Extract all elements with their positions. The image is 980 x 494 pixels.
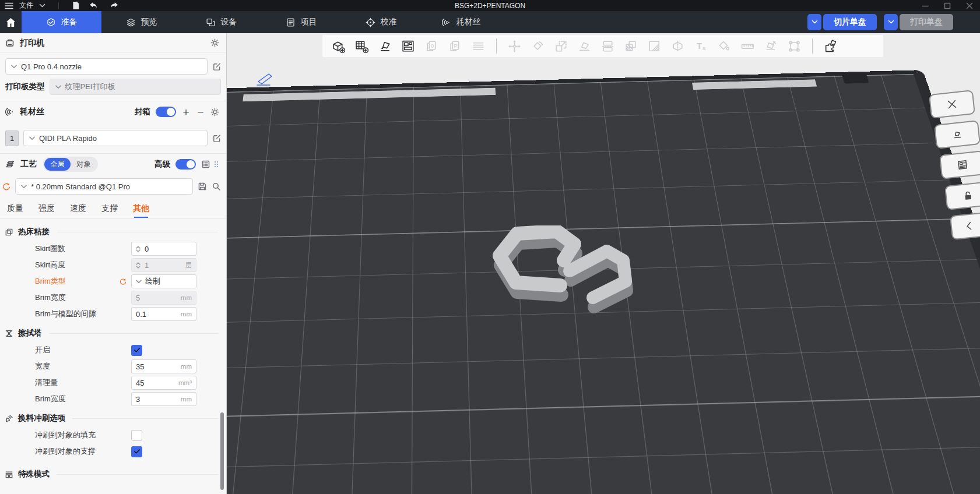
seam-painting-icon[interactable] [763, 38, 779, 54]
flush-into-support-checkbox[interactable] [131, 446, 142, 457]
tab-others[interactable]: 其他 [133, 203, 149, 218]
copy-icon[interactable]: 0 [424, 38, 440, 54]
brim-type-select[interactable]: 绘制 [131, 274, 196, 288]
model-pentagon[interactable] [493, 225, 638, 322]
scope-object[interactable]: 对象 [71, 158, 97, 171]
text-tool-icon[interactable]: Ta [693, 38, 709, 54]
print-plate-button[interactable]: 打印单盘 [900, 14, 953, 30]
plate-type-select[interactable]: 纹理PEI打印板 [50, 79, 222, 95]
enclosure-toggle[interactable] [156, 107, 176, 117]
param-row-tower-brim-width: Brim宽度 3 mm [0, 391, 226, 407]
slice-options-chevron[interactable] [807, 14, 821, 30]
file-menu-chevron-icon[interactable] [39, 3, 45, 8]
redo-icon[interactable] [109, 2, 119, 10]
close-button[interactable] [966, 2, 973, 9]
plate-delete-all-button[interactable] [929, 90, 975, 119]
printer-icon [5, 38, 15, 48]
color-painting-icon[interactable] [716, 38, 732, 54]
flush-into-infill-checkbox[interactable] [131, 430, 142, 441]
parameter-table-icon[interactable] [201, 160, 210, 169]
save-preset-icon[interactable] [198, 182, 207, 191]
print-options-chevron[interactable] [884, 14, 898, 30]
auto-orient-icon[interactable] [377, 38, 393, 54]
minimize-button[interactable] [922, 2, 929, 9]
sidebar-scrollbar[interactable] [220, 412, 224, 490]
tab-strength[interactable]: 强度 [38, 203, 55, 218]
add-plate-icon[interactable] [354, 38, 370, 54]
support-painting-icon[interactable] [647, 38, 662, 54]
new-project-icon[interactable] [72, 1, 79, 10]
object-list-icon[interactable] [470, 38, 486, 54]
settings-grid-icon[interactable] [213, 160, 219, 168]
reset-brim-type-icon[interactable] [119, 278, 127, 285]
plate-arrange-button[interactable] [939, 150, 980, 179]
selection-frame-icon[interactable] [786, 38, 802, 54]
advanced-toggle[interactable] [175, 159, 196, 170]
skirt-loops-input[interactable]: 0 [131, 242, 196, 256]
tab-calibrate[interactable]: 校准 [341, 11, 421, 33]
titlebar: 文件 BSG+2D+PENTAGON [0, 0, 980, 11]
remove-filament-button[interactable]: − [196, 107, 205, 118]
device-icon [206, 17, 216, 27]
purge-volume-input[interactable]: 45 mm³ [131, 376, 196, 390]
parameters-panel: 热床粘接 Skirt圈数 0 Skirt高度 [0, 218, 226, 483]
search-settings-icon[interactable] [212, 182, 221, 191]
add-model-icon[interactable] [331, 38, 346, 54]
move-icon[interactable] [507, 38, 522, 54]
filament-slot-badge[interactable]: 1 [5, 130, 19, 146]
tab-device[interactable]: 设备 [181, 11, 261, 33]
filament-spool-icon [5, 107, 15, 117]
undo-icon[interactable] [89, 2, 99, 10]
paste-icon[interactable]: P [447, 38, 463, 54]
plate-rename-pencil-icon[interactable] [254, 69, 278, 87]
advanced-label: 高级 [154, 159, 170, 170]
add-filament-button[interactable]: + [181, 107, 191, 118]
assembly-view-icon[interactable] [823, 38, 838, 54]
tab-speed[interactable]: 速度 [70, 203, 86, 218]
plate-auto-orient-button[interactable] [934, 120, 980, 149]
measure-icon[interactable] [740, 38, 756, 54]
wipe-tower-width-input[interactable]: 35 mm [131, 359, 196, 373]
tab-prepare[interactable]: 准备 [22, 11, 101, 33]
special-mode-icon [5, 470, 13, 479]
wipe-tower-enable-checkbox[interactable] [131, 345, 142, 356]
section-flush-options: 换料冲刷选项 [0, 410, 226, 427]
tab-support[interactable]: 支撑 [101, 203, 118, 218]
tab-project[interactable]: 项目 [261, 11, 341, 33]
cut-icon[interactable] [670, 38, 686, 54]
edit-filament-preset-icon[interactable] [212, 134, 221, 143]
filament-settings-gear-icon[interactable] [210, 108, 219, 117]
plate-lock-button[interactable] [944, 181, 980, 210]
process-preset-select[interactable]: * 0.20mm Standard @Q1 Pro [15, 178, 193, 195]
arrange-icon[interactable] [401, 38, 416, 54]
split-to-objects-icon[interactable] [600, 38, 616, 54]
filament-preset-select[interactable]: QIDI PLA Rapido [23, 130, 208, 146]
project-icon [286, 17, 296, 27]
lay-on-face-icon[interactable] [577, 38, 592, 54]
brim-object-gap-input[interactable]: 0.1 mm [131, 307, 196, 321]
split-to-parts-icon[interactable] [623, 38, 639, 54]
scope-global[interactable]: 全局 [44, 158, 71, 171]
tab-preview[interactable]: 预览 [101, 11, 181, 33]
reset-process-icon[interactable] [2, 182, 10, 191]
printer-preset-select[interactable]: Q1 Pro 0.4 nozzle [5, 58, 208, 75]
file-menu[interactable]: 文件 [19, 1, 33, 10]
tab-filament[interactable]: 耗材丝 [421, 11, 501, 33]
slice-plate-button[interactable]: 切片单盘 [823, 14, 877, 30]
spinner-arrows-icon[interactable] [136, 246, 140, 252]
process-scope-toggle[interactable]: 全局 对象 [43, 157, 98, 172]
plate-settings-button[interactable] [950, 212, 980, 240]
scale-icon[interactable] [553, 38, 569, 54]
section-bed-adhesion: 热床粘接 [0, 223, 226, 241]
maximize-button[interactable] [944, 2, 951, 9]
titlebar-divider [58, 2, 59, 9]
tower-brim-width-input[interactable]: 3 mm [131, 392, 196, 406]
tab-quality[interactable]: 质量 [7, 203, 23, 218]
rotate-icon[interactable] [530, 38, 546, 54]
hamburger-menu-icon[interactable] [5, 2, 13, 9]
toolbar-divider [812, 38, 813, 54]
viewport-3d[interactable]: 0 P [227, 33, 980, 494]
home-button[interactable] [0, 11, 22, 33]
edit-printer-preset-icon[interactable] [212, 62, 221, 71]
printer-settings-gear-icon[interactable] [210, 38, 219, 47]
